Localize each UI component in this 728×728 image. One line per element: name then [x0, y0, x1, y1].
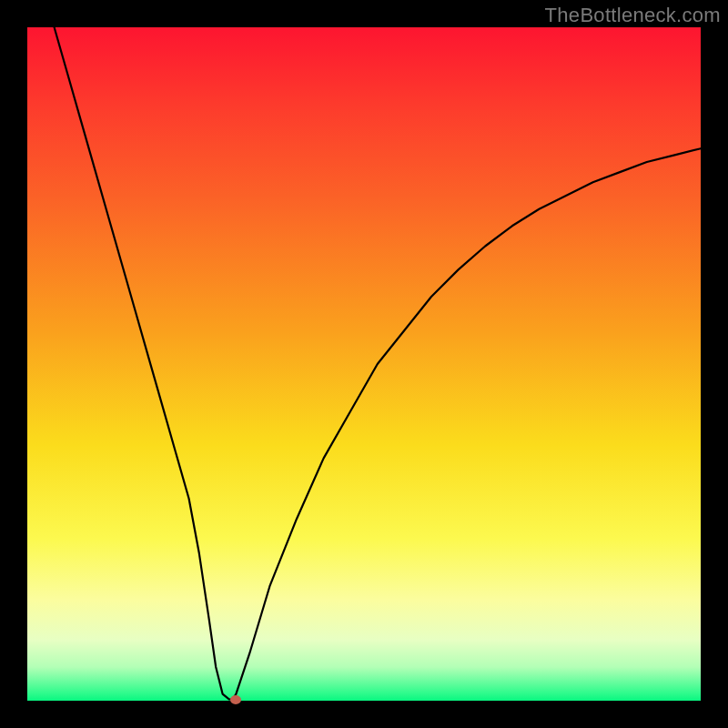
curve-svg [27, 27, 701, 701]
bottleneck-curve [55, 27, 701, 700]
minimum-marker [230, 695, 241, 704]
chart-stage: TheBottleneck.com [0, 0, 728, 728]
watermark-text: TheBottleneck.com [545, 4, 721, 27]
